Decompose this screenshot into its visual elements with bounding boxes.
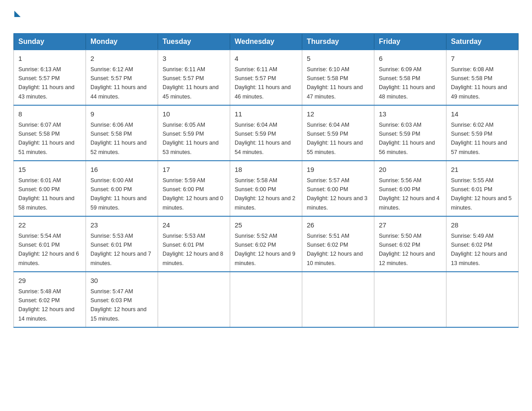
calendar-cell: 8 Sunrise: 6:07 AMSunset: 5:58 PMDayligh… (14, 105, 86, 161)
day-info: Sunrise: 6:05 AMSunset: 5:59 PMDaylight:… (163, 122, 219, 155)
calendar-cell: 29 Sunrise: 5:48 AMSunset: 6:02 PMDaylig… (14, 272, 86, 327)
calendar-cell: 16 Sunrise: 6:00 AMSunset: 6:00 PMDaylig… (86, 161, 158, 216)
day-info: Sunrise: 5:53 AMSunset: 6:01 PMDaylight:… (90, 233, 151, 266)
calendar-cell (446, 272, 519, 327)
day-info: Sunrise: 6:10 AMSunset: 5:58 PMDaylight:… (307, 66, 363, 100)
day-number: 29 (18, 276, 81, 286)
day-info: Sunrise: 5:54 AMSunset: 6:01 PMDaylight:… (18, 233, 79, 266)
day-number: 7 (451, 54, 514, 64)
calendar-cell: 3 Sunrise: 6:11 AMSunset: 5:57 PMDayligh… (158, 50, 230, 105)
day-info: Sunrise: 6:09 AMSunset: 5:58 PMDaylight:… (379, 66, 435, 100)
day-info: Sunrise: 5:52 AMSunset: 6:02 PMDaylight:… (235, 233, 296, 266)
day-info: Sunrise: 6:04 AMSunset: 5:59 PMDaylight:… (235, 122, 291, 155)
calendar-cell: 26 Sunrise: 5:51 AMSunset: 6:02 PMDaylig… (302, 216, 374, 272)
calendar-cell: 24 Sunrise: 5:53 AMSunset: 6:01 PMDaylig… (158, 216, 230, 272)
col-saturday: Saturday (446, 34, 519, 50)
day-info: Sunrise: 5:53 AMSunset: 6:01 PMDaylight:… (163, 233, 223, 266)
day-info: Sunrise: 5:59 AMSunset: 6:00 PMDaylight:… (163, 177, 223, 211)
day-info: Sunrise: 6:13 AMSunset: 5:57 PMDaylight:… (18, 66, 74, 100)
day-number: 26 (307, 220, 369, 231)
day-info: Sunrise: 6:12 AMSunset: 5:57 PMDaylight:… (90, 66, 146, 100)
calendar-cell: 21 Sunrise: 5:55 AMSunset: 6:01 PMDaylig… (446, 161, 519, 216)
day-number: 10 (163, 109, 225, 120)
day-number: 8 (18, 109, 81, 120)
day-number: 11 (235, 109, 297, 120)
day-info: Sunrise: 5:55 AMSunset: 6:01 PMDaylight:… (451, 177, 512, 211)
calendar-cell: 27 Sunrise: 5:50 AMSunset: 6:02 PMDaylig… (374, 216, 446, 272)
logo (13, 9, 21, 25)
day-number: 24 (163, 220, 225, 231)
day-info: Sunrise: 5:48 AMSunset: 6:02 PMDaylight:… (18, 288, 74, 322)
day-number: 14 (451, 109, 514, 120)
calendar-cell: 18 Sunrise: 5:58 AMSunset: 6:00 PMDaylig… (230, 161, 302, 216)
week-row-5: 29 Sunrise: 5:48 AMSunset: 6:02 PMDaylig… (14, 272, 519, 327)
calendar-cell: 28 Sunrise: 5:49 AMSunset: 6:02 PMDaylig… (446, 216, 519, 272)
calendar-cell: 7 Sunrise: 6:08 AMSunset: 5:58 PMDayligh… (446, 50, 519, 105)
week-row-2: 8 Sunrise: 6:07 AMSunset: 5:58 PMDayligh… (14, 105, 519, 161)
col-wednesday: Wednesday (230, 34, 302, 50)
day-number: 3 (163, 54, 225, 64)
calendar-cell: 1 Sunrise: 6:13 AMSunset: 5:57 PMDayligh… (14, 50, 86, 105)
week-row-4: 22 Sunrise: 5:54 AMSunset: 6:01 PMDaylig… (14, 216, 519, 272)
day-info: Sunrise: 5:51 AMSunset: 6:02 PMDaylight:… (307, 233, 363, 266)
day-info: Sunrise: 5:58 AMSunset: 6:00 PMDaylight:… (235, 177, 296, 211)
day-number: 6 (379, 54, 442, 64)
calendar-cell: 10 Sunrise: 6:05 AMSunset: 5:59 PMDaylig… (158, 105, 230, 161)
day-number: 2 (90, 54, 153, 64)
calendar-cell: 15 Sunrise: 6:01 AMSunset: 6:00 PMDaylig… (14, 161, 86, 216)
logo-triangle-icon (14, 11, 21, 17)
day-number: 12 (307, 109, 369, 120)
calendar-cell: 19 Sunrise: 5:57 AMSunset: 6:00 PMDaylig… (302, 161, 374, 216)
day-number: 19 (307, 165, 369, 175)
day-number: 20 (379, 165, 442, 175)
day-number: 27 (379, 220, 442, 231)
day-info: Sunrise: 6:00 AMSunset: 6:00 PMDaylight:… (90, 177, 146, 211)
day-info: Sunrise: 5:56 AMSunset: 6:00 PMDaylight:… (379, 177, 440, 211)
day-info: Sunrise: 6:01 AMSunset: 6:00 PMDaylight:… (18, 177, 74, 211)
day-number: 23 (90, 220, 153, 231)
calendar-cell: 11 Sunrise: 6:04 AMSunset: 5:59 PMDaylig… (230, 105, 302, 161)
calendar-cell (374, 272, 446, 327)
day-info: Sunrise: 5:49 AMSunset: 6:02 PMDaylight:… (451, 233, 507, 266)
calendar-cell (230, 272, 302, 327)
calendar-cell: 23 Sunrise: 5:53 AMSunset: 6:01 PMDaylig… (86, 216, 158, 272)
col-tuesday: Tuesday (158, 34, 230, 50)
day-info: Sunrise: 6:11 AMSunset: 5:57 PMDaylight:… (163, 66, 219, 100)
calendar-cell: 2 Sunrise: 6:12 AMSunset: 5:57 PMDayligh… (86, 50, 158, 105)
day-info: Sunrise: 6:02 AMSunset: 5:59 PMDaylight:… (451, 122, 507, 155)
col-monday: Monday (86, 34, 158, 50)
day-number: 4 (235, 54, 297, 64)
calendar-cell: 12 Sunrise: 6:04 AMSunset: 5:59 PMDaylig… (302, 105, 374, 161)
day-number: 16 (90, 165, 153, 175)
calendar-cell: 17 Sunrise: 5:59 AMSunset: 6:00 PMDaylig… (158, 161, 230, 216)
day-number: 15 (18, 165, 81, 175)
page-header (13, 9, 519, 25)
day-info: Sunrise: 6:07 AMSunset: 5:58 PMDaylight:… (18, 122, 74, 155)
calendar-cell: 22 Sunrise: 5:54 AMSunset: 6:01 PMDaylig… (14, 216, 86, 272)
day-info: Sunrise: 6:03 AMSunset: 5:59 PMDaylight:… (379, 122, 435, 155)
day-info: Sunrise: 6:08 AMSunset: 5:58 PMDaylight:… (451, 66, 507, 100)
header-row: Sunday Monday Tuesday Wednesday Thursday… (14, 34, 519, 50)
calendar-cell: 14 Sunrise: 6:02 AMSunset: 5:59 PMDaylig… (446, 105, 519, 161)
day-info: Sunrise: 6:04 AMSunset: 5:59 PMDaylight:… (307, 122, 363, 155)
day-number: 17 (163, 165, 225, 175)
calendar-cell: 20 Sunrise: 5:56 AMSunset: 6:00 PMDaylig… (374, 161, 446, 216)
calendar-cell: 5 Sunrise: 6:10 AMSunset: 5:58 PMDayligh… (302, 50, 374, 105)
week-row-1: 1 Sunrise: 6:13 AMSunset: 5:57 PMDayligh… (14, 50, 519, 105)
calendar-cell: 25 Sunrise: 5:52 AMSunset: 6:02 PMDaylig… (230, 216, 302, 272)
day-number: 5 (307, 54, 369, 64)
day-number: 30 (90, 276, 153, 286)
day-number: 9 (90, 109, 153, 120)
calendar-cell: 30 Sunrise: 5:47 AMSunset: 6:03 PMDaylig… (86, 272, 158, 327)
day-info: Sunrise: 5:57 AMSunset: 6:00 PMDaylight:… (307, 177, 368, 211)
day-number: 21 (451, 165, 514, 175)
day-number: 18 (235, 165, 297, 175)
col-sunday: Sunday (14, 34, 86, 50)
calendar-cell: 9 Sunrise: 6:06 AMSunset: 5:58 PMDayligh… (86, 105, 158, 161)
col-friday: Friday (374, 34, 446, 50)
day-number: 28 (451, 220, 514, 231)
day-number: 22 (18, 220, 81, 231)
day-number: 25 (235, 220, 297, 231)
calendar-cell (302, 272, 374, 327)
day-info: Sunrise: 6:11 AMSunset: 5:57 PMDaylight:… (235, 66, 291, 100)
